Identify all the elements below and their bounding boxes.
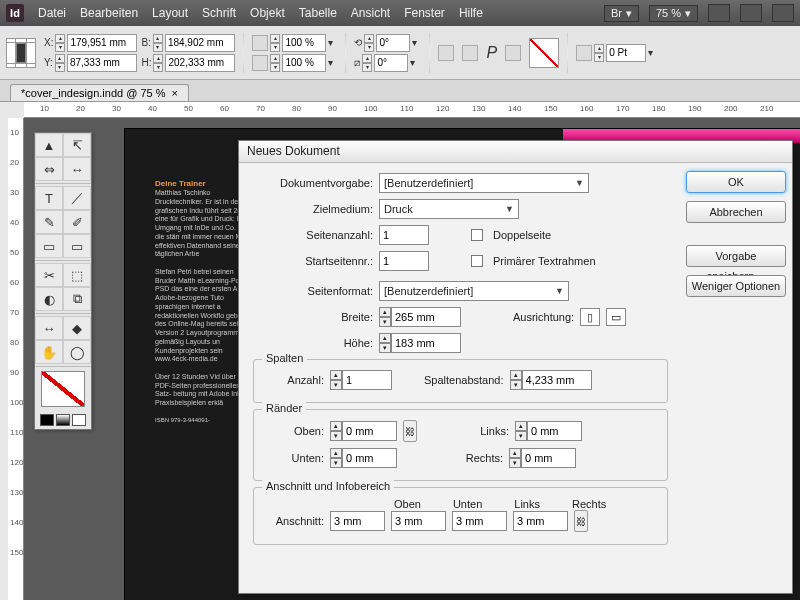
gutter-label: Spaltenabstand: xyxy=(424,374,504,386)
preset-select[interactable]: [Benutzerdefiniert]▼ xyxy=(379,173,589,193)
character-format-icon[interactable]: P xyxy=(486,44,497,62)
menu-datei[interactable]: Datei xyxy=(38,6,66,20)
apply-none-chip[interactable] xyxy=(72,414,86,426)
screen-mode-icon[interactable] xyxy=(740,4,762,22)
startpage-input[interactable] xyxy=(379,251,429,271)
pencil-tool[interactable]: ✐ xyxy=(63,210,91,234)
bleed-label: Anschnitt: xyxy=(264,515,324,527)
w-field[interactable] xyxy=(165,34,235,52)
document-tab[interactable]: *cover_indesign.indd @ 75 % × xyxy=(10,84,189,101)
fewer-options-button[interactable]: Weniger Optionen xyxy=(686,275,786,297)
menu-objekt[interactable]: Objekt xyxy=(250,6,285,20)
menu-ansicht[interactable]: Ansicht xyxy=(351,6,390,20)
facing-pages-checkbox[interactable] xyxy=(471,229,483,241)
shear-icon: ⧄ xyxy=(354,57,360,69)
margin-right-input[interactable] xyxy=(521,448,576,468)
flip-v-icon[interactable] xyxy=(462,45,478,61)
bleed-left-input[interactable] xyxy=(452,511,507,531)
orientation-portrait-icon[interactable]: ▯ xyxy=(580,308,600,326)
pages-input[interactable] xyxy=(379,225,429,245)
fill-stroke-swatch[interactable] xyxy=(529,38,559,68)
pagesize-label: Seitenformat: xyxy=(253,285,373,297)
bridge-button[interactable]: Br▾ xyxy=(604,5,639,22)
intent-select[interactable]: Druck▼ xyxy=(379,199,519,219)
rectangle-tool[interactable]: ▭ xyxy=(63,234,91,258)
facing-pages-label: Doppelseite xyxy=(493,229,551,241)
page-tool[interactable]: ⇔ xyxy=(35,157,63,181)
margin-right-label: Rechts: xyxy=(443,452,503,464)
link-bleed-icon[interactable]: ⛓ xyxy=(574,510,588,532)
colcount-input[interactable] xyxy=(342,370,392,390)
zoom-dropdown[interactable]: 75 %▾ xyxy=(649,5,698,22)
pen-tool[interactable]: ✎ xyxy=(35,210,63,234)
stroke-weight-field[interactable] xyxy=(606,44,646,62)
eyedropper-tool[interactable]: ◆ xyxy=(63,316,91,340)
hand-tool[interactable]: ✋ xyxy=(35,340,63,364)
free-transform-tool[interactable]: ⬚ xyxy=(63,263,91,287)
width-input[interactable] xyxy=(391,307,461,327)
y-field[interactable] xyxy=(67,54,137,72)
direct-selection-tool[interactable]: ↸ xyxy=(63,133,91,157)
link-margins-icon[interactable]: ⛓ xyxy=(403,420,417,442)
cancel-button[interactable]: Abbrechen xyxy=(686,201,786,223)
line-tool[interactable]: ／ xyxy=(63,186,91,210)
menu-hilfe[interactable]: Hilfe xyxy=(459,6,483,20)
gradient-swatch-tool[interactable]: ◐ xyxy=(35,287,63,311)
new-document-dialog: Neues Dokument OK Abbrechen Vorgabe spei… xyxy=(238,140,793,594)
document-tabbar: *cover_indesign.indd @ 75 % × xyxy=(0,80,800,102)
fill-stroke-toggle[interactable] xyxy=(41,371,85,407)
bleed-legend: Anschnitt und Infobereich xyxy=(262,480,394,492)
margin-bottom-input[interactable] xyxy=(342,448,397,468)
selection-tool[interactable]: ▲ xyxy=(35,133,63,157)
menu-bearbeiten[interactable]: Bearbeiten xyxy=(80,6,138,20)
bleed-col-left: Links xyxy=(514,498,540,510)
arrange-docs-icon[interactable] xyxy=(772,4,794,22)
apply-color-chip[interactable] xyxy=(40,414,54,426)
note-tool[interactable]: ↔ xyxy=(35,316,63,340)
bleed-col-right: Rechts xyxy=(572,498,606,510)
view-options-icon[interactable] xyxy=(708,4,730,22)
ok-button[interactable]: OK xyxy=(686,171,786,193)
bleed-col-bottom: Unten xyxy=(453,498,482,510)
x-field[interactable] xyxy=(67,34,137,52)
vertical-ruler: 102030405060708090100110120130140150 xyxy=(8,118,24,600)
save-preset-button[interactable]: Vorgabe speichern… xyxy=(686,245,786,267)
margins-legend: Ränder xyxy=(262,402,306,414)
margins-group: Ränder Oben: ▴▾ ⛓ Links: ▴▾ Unten: ▴▾ Re… xyxy=(253,409,668,481)
menu-fenster[interactable]: Fenster xyxy=(404,6,445,20)
margin-left-label: Links: xyxy=(449,425,509,437)
gap-tool[interactable]: ↔ xyxy=(63,157,91,181)
shear-field[interactable] xyxy=(374,54,408,72)
menu-layout[interactable]: Layout xyxy=(152,6,188,20)
h-field[interactable] xyxy=(165,54,235,72)
scale-x-field[interactable] xyxy=(282,34,326,52)
primary-frame-checkbox[interactable] xyxy=(471,255,483,267)
apply-gradient-chip[interactable] xyxy=(56,414,70,426)
orientation-landscape-icon[interactable]: ▭ xyxy=(606,308,626,326)
height-input[interactable] xyxy=(391,333,461,353)
bleed-bottom-input[interactable] xyxy=(391,511,446,531)
gradient-feather-tool[interactable]: ⧉ xyxy=(63,287,91,311)
margin-top-label: Oben: xyxy=(264,425,324,437)
zoom-tool[interactable]: ◯ xyxy=(63,340,91,364)
bleed-right-input[interactable] xyxy=(513,511,568,531)
rectangle-frame-tool[interactable]: ▭ xyxy=(35,234,63,258)
gutter-input[interactable] xyxy=(522,370,592,390)
bleed-col-top: Oben xyxy=(394,498,421,510)
menu-schrift[interactable]: Schrift xyxy=(202,6,236,20)
scissors-tool[interactable]: ✂ xyxy=(35,263,63,287)
margin-top-input[interactable] xyxy=(342,421,397,441)
flip-h-icon[interactable] xyxy=(438,45,454,61)
effects-icon[interactable] xyxy=(505,45,521,61)
close-tab-icon[interactable]: × xyxy=(171,87,177,99)
type-tool[interactable]: T xyxy=(35,186,63,210)
pagesize-select[interactable]: [Benutzerdefiniert]▼ xyxy=(379,281,569,301)
columns-group: Spalten Anzahl: ▴▾ Spaltenabstand: ▴▾ xyxy=(253,359,668,403)
toolbox: ▲↸ ⇔↔ T／ ✎✐ ▭▭ ✂⬚ ◐⧉ ↔◆ ✋◯ xyxy=(34,132,92,430)
bleed-top-input[interactable] xyxy=(330,511,385,531)
margin-left-input[interactable] xyxy=(527,421,582,441)
menu-tabelle[interactable]: Tabelle xyxy=(299,6,337,20)
scale-y-field[interactable] xyxy=(282,54,326,72)
rotate-field[interactable] xyxy=(376,34,410,52)
reference-point-grid[interactable] xyxy=(6,38,36,68)
